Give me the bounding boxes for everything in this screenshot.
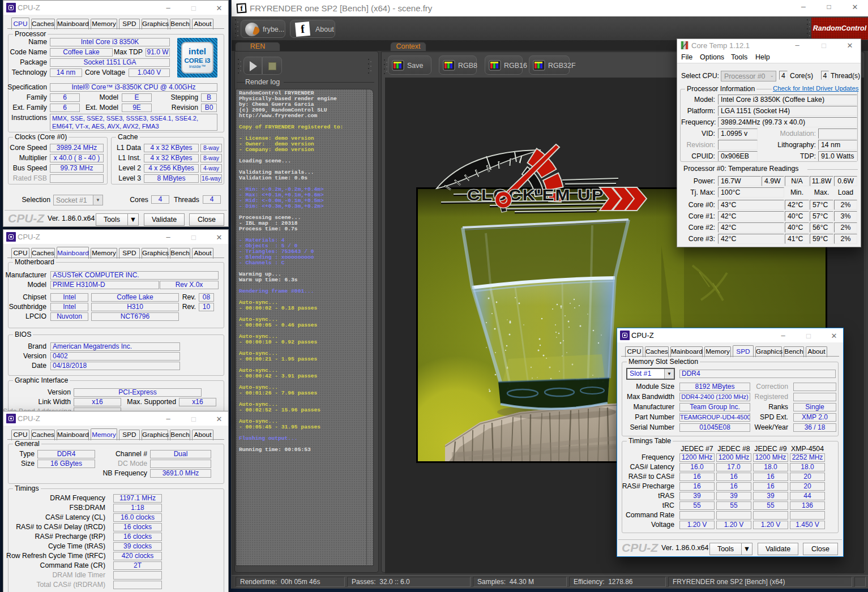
svg-text:CLOCK'EM UP: CLOCK'EM UP xyxy=(467,187,605,204)
